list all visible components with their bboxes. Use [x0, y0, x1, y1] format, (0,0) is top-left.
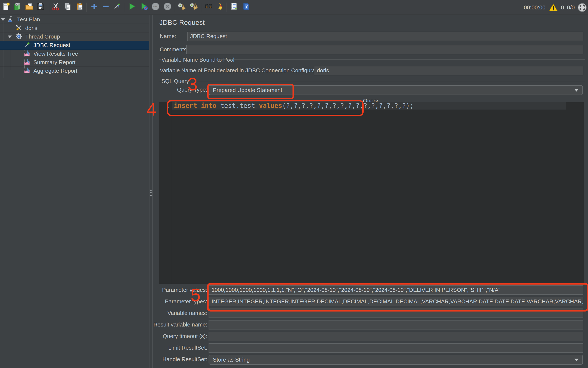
- search-button[interactable]: [204, 3, 213, 12]
- shutdown-button[interactable]: [163, 3, 172, 12]
- group-border: [216, 59, 585, 60]
- tree-item-summary-report[interactable]: Summary Report: [0, 58, 149, 67]
- sql-args: (?,?,?,?,?,?,?,?,?,?,?,?,?,?,?,?);: [282, 102, 414, 110]
- parameter-types-input[interactable]: INTEGER,INTEGER,INTEGER,INTEGER,DECIMAL,…: [209, 297, 583, 306]
- start-no-pauses-button[interactable]: [140, 3, 149, 12]
- tree-item-label: Aggregate Report: [33, 67, 77, 74]
- group-border: [191, 81, 585, 81]
- clear-button[interactable]: [177, 3, 186, 12]
- templates-button[interactable]: [13, 3, 22, 12]
- gutter-divider: [172, 102, 172, 284]
- query-type-label: Query Type:: [153, 85, 207, 95]
- result-variable-name-label: Result variable name:: [153, 320, 207, 330]
- jdbc-connection-config-icon: [15, 24, 22, 31]
- sql-keyword: values: [255, 102, 282, 110]
- stop-icon: STOP: [151, 2, 160, 12]
- threads-state-icon: [578, 3, 587, 12]
- open-folder-icon: [25, 2, 33, 12]
- chevron-down-icon[interactable]: [8, 36, 12, 38]
- start-icon: [128, 2, 136, 12]
- splitter-line: [149, 15, 150, 368]
- save-button[interactable]: [36, 3, 45, 12]
- variable-names-input[interactable]: [209, 309, 583, 318]
- query-timeout-input[interactable]: [209, 332, 583, 341]
- shutdown-icon: [163, 2, 172, 12]
- handle-resultset-select[interactable]: Store as String: [209, 355, 583, 365]
- copy-icon: [63, 2, 72, 12]
- jmeter-window: STOP ? 00:00:00 0 0/0 Test Plan do: [0, 0, 588, 368]
- expand-all-button[interactable]: [89, 3, 99, 12]
- tree-item-label: doris: [25, 25, 37, 31]
- svg-text:?: ?: [246, 4, 248, 9]
- warning-icon[interactable]: [548, 3, 558, 11]
- open-file-button[interactable]: [24, 3, 34, 12]
- parameter-values-input[interactable]: 1000,1000,1000,1000,1,1,1,1,"N","O","202…: [209, 285, 583, 295]
- tree-item-jdbc-request[interactable]: JDBC Request: [0, 41, 149, 50]
- clear-all-button[interactable]: [189, 3, 198, 12]
- chevron-down-icon: [574, 89, 579, 92]
- jdbc-request-icon: [24, 42, 30, 48]
- elapsed-time: 00:00:00: [524, 4, 545, 10]
- status-area: 00:00:00 0 0/0: [524, 0, 587, 15]
- sql-code-line: insert into test.test values(?,?,?,?,?,?…: [174, 103, 414, 109]
- comments-input[interactable]: [186, 45, 583, 54]
- collapse-all-button[interactable]: [101, 3, 111, 12]
- toolbar-separator: [227, 3, 227, 12]
- stop-button[interactable]: STOP: [151, 3, 160, 12]
- group-border: [159, 81, 161, 81]
- tree-item-label: View Results Tree: [33, 50, 78, 57]
- handle-resultset-label: Handle ResultSet:: [153, 355, 207, 364]
- tree-item-test-plan[interactable]: Test Plan: [0, 15, 149, 24]
- test-plan-icon: [7, 16, 14, 23]
- toggle-dropper-icon: [113, 2, 121, 12]
- clear-icon: [177, 2, 186, 12]
- chevron-down-icon[interactable]: [1, 18, 5, 21]
- svg-text:STOP: STOP: [153, 6, 158, 8]
- search-reset-button[interactable]: [215, 3, 224, 12]
- thread-group-icon: [15, 33, 22, 40]
- thread-count: 0/0: [567, 4, 575, 10]
- save-icon: [36, 2, 45, 12]
- tree-item-label: Summary Report: [33, 59, 76, 65]
- function-helper-button[interactable]: [229, 3, 238, 12]
- pool-name-input[interactable]: doris: [314, 66, 583, 75]
- search-binoculars-icon: [204, 2, 213, 12]
- comments-label: Comments:: [160, 45, 188, 54]
- templates-icon: [13, 2, 22, 12]
- start-button[interactable]: [127, 3, 137, 12]
- sql-identifier: test: [240, 102, 255, 110]
- listener-icon: [24, 67, 30, 74]
- cut-button[interactable]: [51, 3, 60, 12]
- help-button[interactable]: ?: [241, 3, 251, 12]
- warning-count: 0: [561, 4, 564, 10]
- new-file-button[interactable]: [1, 3, 11, 12]
- tree-item-label: JDBC Request: [33, 42, 70, 48]
- toolbar-separator: [175, 3, 175, 12]
- clear-all-icon: [189, 2, 198, 12]
- copy-button[interactable]: [63, 3, 72, 12]
- parameter-types-label: Parameter types:: [153, 297, 207, 306]
- query-type-select[interactable]: Prepared Update Statement: [209, 85, 583, 95]
- group-border: [159, 59, 161, 60]
- limit-resultset-label: Limit ResultSet:: [153, 343, 207, 353]
- minus-icon: [102, 2, 110, 12]
- tree-item-aggregate-report[interactable]: Aggregate Report: [0, 66, 149, 75]
- toolbar-separator: [49, 3, 49, 12]
- name-input[interactable]: JDBC Request: [187, 32, 583, 41]
- result-variable-name-input[interactable]: [209, 320, 583, 330]
- tree-item-view-results-tree[interactable]: View Results Tree: [0, 49, 149, 58]
- toggle-button[interactable]: [112, 3, 122, 12]
- tree-item-thread-group[interactable]: Thread Group: [0, 32, 149, 41]
- tree-item-label: Test Plan: [17, 16, 40, 22]
- limit-resultset-input[interactable]: [209, 343, 583, 353]
- app-root: STOP ? 00:00:00 0 0/0 Test Plan do: [0, 0, 588, 368]
- splitter-grip[interactable]: [150, 188, 152, 198]
- tree-item-doris[interactable]: doris: [0, 24, 149, 33]
- sql-query-editor[interactable]: 1 insert into test.test values(?,?,?,?,?…: [159, 102, 584, 284]
- cut-scissors-icon: [51, 2, 60, 12]
- line-number: 1: [159, 103, 170, 109]
- paste-icon: [75, 2, 84, 12]
- paste-button[interactable]: [75, 3, 84, 12]
- sql-query-group-title: SQL Query: [161, 78, 189, 84]
- sql-dot: .: [236, 102, 240, 110]
